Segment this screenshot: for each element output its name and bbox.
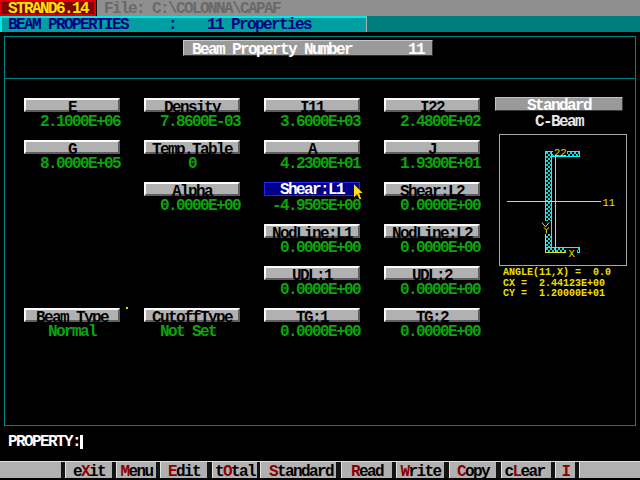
svg-text:22: 22 bbox=[554, 147, 567, 159]
svg-text:X: X bbox=[569, 248, 576, 260]
svg-text:11: 11 bbox=[603, 197, 616, 209]
